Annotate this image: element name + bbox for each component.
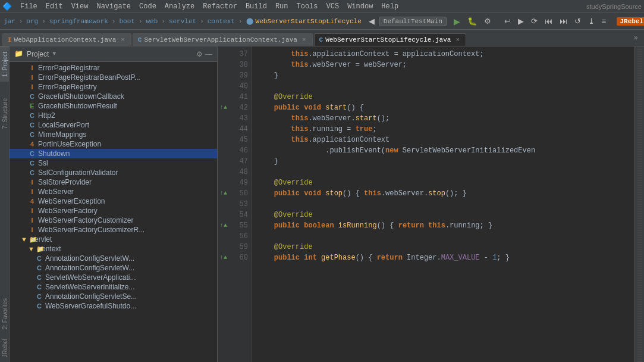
tree-item[interactable]: ▼ 📁servlet [10, 235, 217, 244]
tree-item[interactable]: ISslStoreProvider [10, 177, 217, 187]
tree-item-icon: I [28, 64, 36, 71]
tree-item[interactable]: CServletWebServerInitialize... [10, 282, 217, 292]
tree-item[interactable]: 4WebServerException [10, 196, 217, 206]
tab-close-3[interactable]: × [455, 36, 460, 43]
code-content[interactable]: this.applicationContext = applicationCon… [252, 46, 634, 362]
tree-item[interactable]: IWebServerFactoryCustomizer [10, 216, 217, 225]
project-collapse-btn[interactable]: — [205, 50, 212, 58]
breadcrumb-jar[interactable]: jar [4, 18, 15, 25]
coverage-button[interactable]: ⚙ [482, 15, 494, 27]
menu-refactor[interactable]: Refactor [199, 1, 241, 12]
tree-item-icon: C [28, 169, 36, 176]
gutter-line [219, 92, 228, 102]
line-number: 53 [233, 199, 248, 210]
tree-item[interactable]: CSslConfigurationValidator [10, 168, 217, 177]
tree-item[interactable]: 4PortInUseException [10, 139, 217, 149]
line-number: 37 [233, 49, 248, 60]
tab-web-application-context[interactable]: I WebApplicationContext.java × [2, 33, 131, 46]
tab-label-2: ServletWebServerApplicationContext.java [144, 36, 297, 43]
menu-vcs[interactable]: VCS [323, 1, 343, 12]
code-line: public int getPhase() { return Integer.M… [257, 252, 630, 263]
breadcrumb-boot[interactable]: boot [119, 18, 134, 25]
tree-item[interactable]: IWebServerFactory [10, 206, 217, 216]
tree-item[interactable]: CSsl [10, 158, 217, 168]
gutter-line [219, 124, 228, 135]
breadcrumb-org[interactable]: org [26, 18, 38, 25]
menu-window[interactable]: Window [344, 1, 376, 12]
tab-close-2[interactable]: × [302, 36, 306, 43]
gutter-line [219, 113, 228, 124]
breadcrumb-springframework[interactable]: springframework [49, 18, 108, 25]
project-title: Project [27, 50, 49, 58]
tab-servlet-web-server-context[interactable]: C ServletWebServerApplicationContext.jav… [133, 33, 313, 46]
tree-item[interactable]: IWebServerFactoryCustomizerR... [10, 225, 217, 235]
tree-item[interactable]: CMimeMappings [10, 130, 217, 139]
project-chevron[interactable]: ▼ [52, 51, 56, 57]
menu-code[interactable]: Code [136, 1, 160, 12]
run-config-box[interactable]: DefaultTestMain [379, 17, 447, 26]
gutter-line [219, 210, 228, 220]
tab-web-server-start-stop[interactable]: C WebServerStartStopLifecycle.java × [314, 33, 466, 46]
tree-item[interactable]: CAnnotationConfigServletSe... [10, 292, 217, 301]
side-tab-favorites[interactable]: 2: Favorites [0, 294, 9, 334]
tree-item[interactable]: CLocalServerPort [10, 120, 217, 130]
menu-edit[interactable]: Edit [42, 1, 67, 12]
toolbar-btn-4[interactable]: ⏮ [542, 15, 555, 27]
gutter-line [219, 156, 228, 167]
gutter-marker: ↑▲ [220, 188, 227, 199]
menu-tools[interactable]: Tools [293, 1, 322, 12]
back-button[interactable]: ◀ [366, 15, 377, 27]
side-tab-jrebel[interactable]: JRebel [0, 334, 9, 362]
menu-file[interactable]: File [17, 1, 41, 12]
tree-item[interactable]: CGracefulShutdownCallback [10, 92, 217, 101]
tree-item[interactable]: IErrorPageRegistrarBeanPostP... [10, 73, 217, 82]
tree-item[interactable]: CWebServerGracefulShutdo... [10, 301, 217, 311]
line-number: 46 [233, 145, 248, 156]
tree-item-label: context [38, 245, 61, 253]
project-header: 📁 Project ▼ ⚙ — [10, 46, 217, 62]
project-settings-btn[interactable]: ⚙ [196, 50, 203, 58]
breadcrumb-servlet[interactable]: servlet [169, 18, 196, 25]
toolbar-btn-8[interactable]: ≡ [599, 15, 609, 27]
menu-build[interactable]: Build [242, 1, 271, 12]
tree-item[interactable]: ▼ 📁context [10, 244, 217, 254]
tree-item[interactable]: CAnnotationConfigServletW... [10, 263, 217, 273]
toolbar-btn-1[interactable]: ↩ [502, 15, 513, 27]
tree-item[interactable]: CServletWebServerApplicati... [10, 273, 217, 282]
menu-view[interactable]: View [68, 1, 92, 12]
tree-item[interactable]: CHttp2 [10, 111, 217, 120]
tree-item[interactable]: CAnnotationConfigServletW... [10, 254, 217, 263]
tree-item-label: LocalServerPort [38, 121, 89, 129]
line-number: 49 [233, 177, 248, 188]
gutter-line: ↑▲ [219, 188, 228, 199]
code-line: @Override [257, 210, 630, 220]
toolbar-btn-3[interactable]: ⟳ [529, 15, 540, 27]
gutter-line: ↑▲ [219, 220, 228, 231]
breadcrumb-web[interactable]: web [146, 18, 158, 25]
tree-item[interactable]: CShutdown [10, 149, 217, 158]
project-icon: 📁 [14, 49, 23, 58]
toolbar-btn-2[interactable]: ▶ [516, 15, 526, 27]
side-tab-structure[interactable]: 7: Structure [0, 93, 9, 134]
menu-help[interactable]: Help [378, 1, 402, 12]
debug-button[interactable]: 🐛 [465, 15, 479, 27]
tree-item-label: WebServerGracefulShutdo... [45, 302, 136, 310]
gutter-line [219, 49, 228, 60]
menu-navigate[interactable]: Navigate [93, 1, 134, 12]
toolbar-btn-6[interactable]: ↺ [572, 15, 583, 27]
side-tab-project[interactable]: 1: Project [0, 46, 9, 82]
tree-item-label: WebServerFactoryCustomizerR... [38, 226, 144, 234]
tree-item[interactable]: IErrorPageRegistrar [10, 63, 217, 73]
menu-run[interactable]: Run [272, 1, 292, 12]
tab-close-1[interactable]: × [121, 36, 125, 43]
run-button[interactable]: ▶ [451, 15, 463, 27]
menu-analyze[interactable]: Analyze [161, 1, 198, 12]
toolbar-btn-7[interactable]: ⤓ [586, 15, 597, 27]
tab-more[interactable]: » [630, 32, 642, 45]
breadcrumb-context[interactable]: context [208, 18, 235, 25]
tree-item[interactable]: IErrorPageRegistry [10, 82, 217, 92]
toolbar-btn-5[interactable]: ⏭ [557, 15, 570, 27]
tree-item-label: Http2 [38, 111, 55, 120]
tree-item[interactable]: IWebServer [10, 187, 217, 196]
tree-item[interactable]: EGracefulShutdownResult [10, 101, 217, 111]
